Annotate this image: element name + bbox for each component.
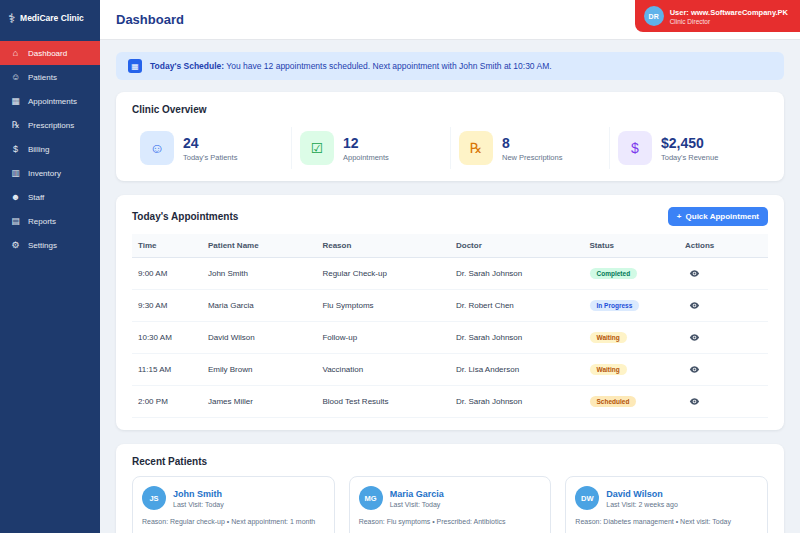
stat-todays-patients: ☺ 24 Today's Patients [132,127,291,169]
user-name: User: www.SoftwareCompany.PK [670,8,788,17]
cell-reason: Follow-up [316,322,450,354]
avatar: MG [359,486,383,510]
avatar: DW [575,486,599,510]
cell-patient: James Miller [202,386,316,418]
eye-icon [689,300,700,311]
eye-icon [689,364,700,375]
stat-appointments: ☑ 12 Appointments [291,127,450,169]
last-visit: Last Visit: 2 weeks ago [606,501,677,508]
table-row: 10:30 AM David Wilson Follow-up Dr. Sara… [132,322,768,354]
calendar-icon: ▦ [10,96,21,106]
sidebar-item-inventory[interactable]: ▥ Inventory [0,161,100,185]
clinic-overview-card: Clinic Overview ☺ 24 Today's Patients ☑ … [116,92,784,181]
calendar-check-icon: ☑ [300,131,334,165]
cell-doctor: Dr. Robert Chen [450,290,584,322]
sidebar-nav: ⌂ Dashboard ☺ Patients ▦ Appointments ℞ … [0,41,100,257]
patient-card: MG Maria Garcia Last Visit: Today Reason… [349,476,552,533]
reports-icon: ▤ [10,216,21,226]
billing-icon: $ [10,144,21,154]
column-header-reason: Reason [316,234,450,258]
sidebar-item-label: Appointments [28,97,77,106]
cell-time: 11:15 AM [132,354,202,386]
cell-doctor: Dr. Sarah Johnson [450,258,584,290]
status-badge: Scheduled [590,396,637,407]
patient-detail: Reason: Regular check-up • Next appointm… [142,517,325,528]
stat-label: Appointments [343,153,389,162]
sidebar-item-label: Reports [28,217,56,226]
stat-label: Today's Patients [183,153,237,162]
staff-icon: ☻ [10,192,21,202]
column-header-patient: Patient Name [202,234,316,258]
view-appointment-button[interactable] [685,362,704,377]
quick-appointment-label: Quick Appointment [686,212,759,221]
cell-reason: Regular Check-up [316,258,450,290]
view-appointment-button[interactable] [685,266,704,281]
column-header-doctor: Doctor [450,234,584,258]
calendar-icon: ▦ [128,59,142,73]
table-row: 9:00 AM John Smith Regular Check-up Dr. … [132,258,768,290]
column-header-time: Time [132,234,202,258]
column-header-actions: Actions [679,234,768,258]
sidebar-item-reports[interactable]: ▤ Reports [0,209,100,233]
cell-doctor: Dr. Lisa Anderson [450,354,584,386]
cell-doctor: Dr. Sarah Johnson [450,386,584,418]
app-name: MediCare Clinic [20,14,84,24]
schedule-banner-text: Today's Schedule: You have 12 appointmen… [150,61,552,71]
stat-value: 24 [183,135,237,151]
main-area: Dashboard DR User: www.SoftwareCompany.P… [100,0,800,533]
view-appointment-button[interactable] [685,330,704,345]
view-appointment-button[interactable] [685,394,704,409]
sidebar-item-label: Billing [28,145,49,154]
cell-patient: David Wilson [202,322,316,354]
schedule-banner: ▦ Today's Schedule: You have 12 appointm… [116,52,784,80]
quick-appointment-button[interactable]: + Quick Appointment [668,207,768,226]
sidebar-item-label: Settings [28,241,57,250]
avatar: DR [644,6,664,26]
user-info-box[interactable]: DR User: www.SoftwareCompany.PK Clinic D… [635,0,800,32]
sidebar-item-patients[interactable]: ☺ Patients [0,65,100,89]
patients-grid: JS John Smith Last Visit: Today Reason: … [132,476,768,533]
patient-name: Maria Garcia [390,489,444,499]
clinic-overview-title: Clinic Overview [132,104,768,115]
status-badge: In Progress [590,300,640,311]
sidebar-item-settings[interactable]: ⚙ Settings [0,233,100,257]
cell-reason: Vaccination [316,354,450,386]
status-badge: Waiting [590,332,627,343]
sidebar-item-billing[interactable]: $ Billing [0,137,100,161]
patient-name: David Wilson [606,489,677,499]
sidebar-item-dashboard[interactable]: ⌂ Dashboard [0,41,100,65]
app-logo: ⚕ MediCare Clinic [0,0,100,39]
stat-value: 12 [343,135,389,151]
view-appointment-button[interactable] [685,298,704,313]
page-title: Dashboard [116,12,184,27]
stat-label: New Prescriptions [502,153,562,162]
dashboard-icon: ⌂ [10,48,21,58]
stat-new-prescriptions: ℞ 8 New Prescriptions [450,127,609,169]
table-row: 9:30 AM Maria Garcia Flu Symptoms Dr. Ro… [132,290,768,322]
money-icon: $ [618,131,652,165]
cell-time: 9:30 AM [132,290,202,322]
inventory-icon: ▥ [10,168,21,178]
top-bar: Dashboard DR User: www.SoftwareCompany.P… [100,0,800,40]
patient-card: DW David Wilson Last Visit: 2 weeks ago … [565,476,768,533]
settings-icon: ⚙ [10,240,21,250]
medical-logo-icon: ⚕ [8,12,15,25]
prescription-bottle-icon: ℞ [459,131,493,165]
cell-patient: Maria Garcia [202,290,316,322]
user-role: Clinic Director [670,18,788,25]
status-badge: Completed [590,268,638,279]
prescription-icon: ℞ [10,120,21,130]
todays-appointments-card: Today's Appointments + Quick Appointment… [116,195,784,430]
table-header-row: Time Patient Name Reason Doctor Status A… [132,234,768,258]
sidebar-item-appointments[interactable]: ▦ Appointments [0,89,100,113]
patient-icon: ☺ [140,131,174,165]
sidebar-item-prescriptions[interactable]: ℞ Prescriptions [0,113,100,137]
sidebar-item-staff[interactable]: ☻ Staff [0,185,100,209]
cell-patient: John Smith [202,258,316,290]
sidebar-item-label: Prescriptions [28,121,74,130]
stat-label: Today's Revenue [661,153,718,162]
cell-reason: Flu Symptoms [316,290,450,322]
sidebar-item-label: Inventory [28,169,61,178]
cell-time: 2:00 PM [132,386,202,418]
stat-todays-revenue: $ $2,450 Today's Revenue [609,127,768,169]
